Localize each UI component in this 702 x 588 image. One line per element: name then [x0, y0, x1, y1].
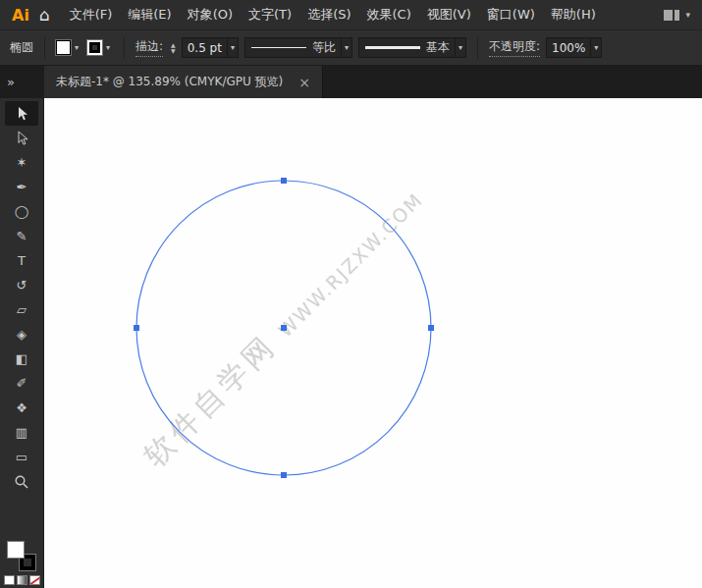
artboard-tool[interactable]: ▭ [5, 445, 38, 469]
tools-panel-header: » [0, 66, 44, 98]
home-icon[interactable]: ⌂ [39, 5, 50, 25]
paint-mode-buttons [5, 576, 39, 584]
opacity-dropdown[interactable]: ▾ [590, 38, 601, 57]
canvas[interactable]: 软件自学网 WWW.RJZXW.COM [44, 98, 702, 588]
menu-bar: Ai ⌂ 文件(F) 编辑(E) 对象(O) 文字(T) 选择(S) 效果(C)… [0, 0, 702, 30]
stroke-swatch[interactable] [87, 40, 102, 55]
document-tab[interactable]: 未标题-1* @ 135.89% (CMYK/GPU 预览) × [44, 66, 323, 98]
pen-tool[interactable]: ✒ [5, 175, 38, 199]
selection-cursor-icon [14, 106, 29, 122]
menu-view[interactable]: 视图(V) [419, 6, 479, 24]
stroke-profile-preview [251, 47, 306, 48]
blend-tool[interactable]: ❖ [5, 396, 38, 420]
eraser-tool[interactable]: ▱ [5, 297, 38, 322]
eyedropper-tool[interactable]: ✐ [5, 371, 38, 396]
artwork-layer [44, 98, 702, 588]
tools-panel: ✶ ✒ ◯ ✎ T ↺ ▱ ◈ ◧ ✐ ❖ ▥ ▭ [0, 98, 44, 588]
chevron-down-icon: ▾ [456, 43, 465, 52]
menu-select[interactable]: 选择(S) [299, 6, 358, 24]
ellipse-icon: ◯ [15, 204, 29, 219]
fill-dropdown-icon[interactable]: ▾ [72, 43, 81, 52]
shape-builder-icon: ◈ [17, 327, 27, 342]
brush-arrow[interactable]: ▾ [455, 38, 465, 57]
selection-tool[interactable] [5, 101, 38, 126]
menu-type[interactable]: 文字(T) [241, 6, 299, 24]
paintbrush-icon: ✎ [17, 229, 27, 243]
direct-selection-cursor-icon [14, 131, 29, 146]
menu-file[interactable]: 文件(F) [62, 6, 121, 24]
illustrator-window: Ai ⌂ 文件(F) 编辑(E) 对象(O) 文字(T) 选择(S) 效果(C)… [0, 0, 702, 588]
brush-value: 基本 [426, 39, 450, 56]
fill-swatch[interactable] [56, 40, 71, 55]
brush-dropdown[interactable]: 基本 ▾ [358, 37, 466, 58]
shape-builder-tool[interactable]: ◈ [5, 322, 38, 347]
fill-stroke-indicator [8, 542, 35, 570]
width-profile-value: 等比 [312, 39, 336, 56]
chevron-down-icon: ▾ [591, 43, 601, 52]
close-icon[interactable]: × [298, 75, 310, 90]
control-bar: 椭圆 ▾ ▾ 描边: ▲ ▼ 0.5 pt ▾ 等比 ▾ 基本 ▾ [0, 30, 702, 66]
document-tab-bar: » 未标题-1* @ 135.89% (CMYK/GPU 预览) × [0, 66, 702, 98]
fill-color-control[interactable]: ▾ [56, 40, 81, 55]
current-tool-label: 椭圆 [10, 39, 33, 56]
brush-preview [365, 46, 420, 49]
pen-icon: ✒ [17, 180, 27, 194]
separator [477, 37, 478, 59]
direct-selection-tool[interactable] [5, 126, 38, 150]
color-mode-button[interactable] [5, 576, 14, 584]
menu-window[interactable]: 窗口(W) [479, 6, 543, 24]
menu-object[interactable]: 对象(O) [180, 6, 241, 24]
stepper-down-icon[interactable]: ▼ [171, 48, 176, 54]
stroke-weight-stepper[interactable]: ▲ ▼ [171, 42, 176, 54]
app-logo: Ai [12, 6, 29, 25]
center-point[interactable] [281, 325, 287, 331]
gradient-tool[interactable]: ◧ [5, 347, 38, 371]
width-profile-arrow[interactable]: ▾ [341, 38, 351, 57]
menu-edit[interactable]: 编辑(E) [120, 6, 179, 24]
anchor-point-left[interactable] [134, 325, 139, 331]
menu-help[interactable]: 帮助(H) [543, 6, 604, 24]
stroke-weight-value[interactable]: 0.5 pt [188, 41, 222, 55]
document-tab-title: 未标题-1* @ 135.89% (CMYK/GPU 预览) [56, 74, 283, 90]
graph-tool[interactable]: ▥ [5, 420, 38, 445]
workspace-switcher[interactable]: ▾ [664, 10, 694, 21]
main-area: ✶ ✒ ◯ ✎ T ↺ ▱ ◈ ◧ ✐ ❖ ▥ ▭ [0, 98, 702, 588]
gradient-mode-button[interactable] [18, 576, 27, 584]
anchor-point-bottom[interactable] [281, 472, 287, 478]
separator [124, 37, 125, 59]
type-tool[interactable]: T [5, 248, 38, 273]
stroke-weight-dropdown[interactable]: ▾ [227, 38, 238, 57]
blend-icon: ❖ [16, 401, 27, 415]
paintbrush-tool[interactable]: ✎ [5, 224, 38, 248]
gradient-icon: ◧ [16, 351, 27, 366]
graph-icon: ▥ [16, 425, 27, 440]
chevron-down-icon: ▾ [685, 10, 690, 20]
none-mode-button[interactable] [30, 576, 39, 584]
magic-wand-icon: ✶ [17, 155, 27, 170]
stroke-dropdown-icon[interactable]: ▾ [103, 43, 113, 52]
stroke-color-control[interactable]: ▾ [87, 40, 113, 55]
opacity-panel-link[interactable]: 不透明度: [489, 38, 540, 57]
rotate-icon: ↺ [17, 278, 27, 293]
ellipse-tool[interactable]: ◯ [5, 199, 38, 224]
menu-effect[interactable]: 效果(C) [359, 6, 419, 24]
anchor-point-right[interactable] [428, 325, 434, 331]
stroke-panel-link[interactable]: 描边: [135, 38, 163, 57]
artboard-icon: ▭ [16, 450, 27, 464]
anchor-point-top[interactable] [281, 178, 287, 184]
opacity-value[interactable]: 100% [552, 41, 585, 55]
chevron-down-icon: ▾ [228, 43, 238, 52]
width-profile-dropdown[interactable]: 等比 ▾ [244, 37, 352, 58]
workspace-layout-icon [664, 10, 679, 21]
eyedropper-icon: ✐ [17, 376, 27, 391]
opacity-field[interactable]: 100% ▾ [546, 37, 602, 58]
fill-color-swatch[interactable] [8, 542, 24, 558]
zoom-tool[interactable] [5, 469, 38, 494]
chevron-down-icon: ▾ [342, 43, 351, 52]
magnifier-icon [14, 474, 29, 490]
eraser-icon: ▱ [17, 302, 27, 317]
rotate-tool[interactable]: ↺ [5, 273, 38, 297]
panel-expand-icon[interactable]: » [7, 75, 15, 89]
magic-wand-tool[interactable]: ✶ [5, 150, 38, 175]
stroke-weight-field[interactable]: 0.5 pt ▾ [182, 37, 239, 58]
